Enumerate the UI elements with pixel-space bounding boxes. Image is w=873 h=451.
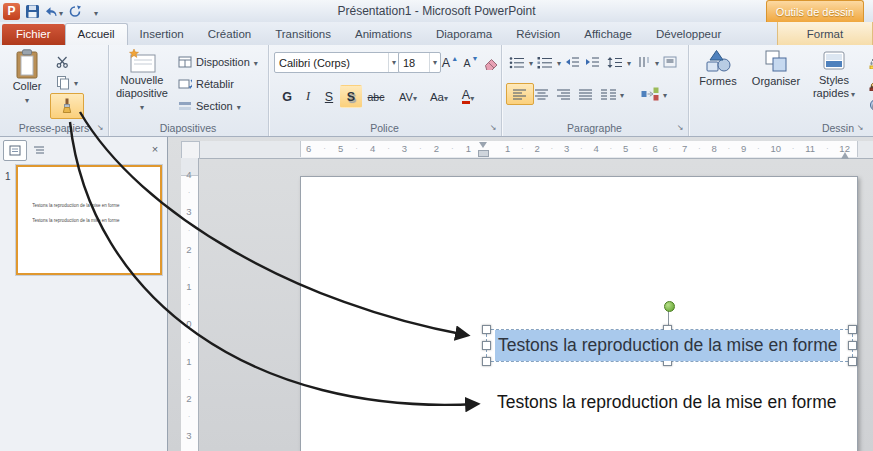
outline-tab-icon [33, 145, 45, 156]
result-text[interactable]: Testons la reproduction de la mise en fo… [497, 392, 836, 413]
tab-affichage[interactable]: Affichage [572, 24, 644, 45]
align-text-button[interactable] [659, 51, 681, 73]
italic-button[interactable]: I [297, 85, 319, 108]
tab-fichier[interactable]: Fichier [2, 24, 65, 45]
vertical-ruler: 4·3·2·1·0·1·2·3 [181, 158, 199, 451]
tab-revision[interactable]: Révision [504, 24, 572, 45]
shrink-font-button[interactable]: A▼ [460, 51, 482, 74]
grow-font-button[interactable]: A▲ [439, 51, 461, 74]
slide-thumbnail[interactable]: Testons la reproduction de la mise en fo… [16, 165, 162, 275]
tab-creation[interactable]: Création [196, 24, 263, 45]
tab-transitions[interactable]: Transitions [263, 24, 343, 45]
tab-accueil[interactable]: Accueil [65, 23, 128, 45]
justify-button[interactable] [572, 83, 600, 105]
columns-arrow[interactable] [620, 88, 624, 100]
bold-button[interactable]: G [276, 85, 298, 108]
new-slide-button[interactable]: Nouvelle diapositive [112, 48, 172, 124]
outline-view-tab[interactable] [27, 140, 51, 161]
arrange-button[interactable]: Organiser [746, 48, 806, 124]
grow-font-label: A [442, 56, 450, 70]
cut-button[interactable] [52, 51, 73, 73]
font-group-label: Police [268, 122, 501, 134]
thumbnail-text-line: Testons la reproduction de la mise en fo… [32, 203, 153, 208]
underline-button[interactable]: S [318, 85, 340, 108]
new-slide-dropdown-arrow[interactable] [140, 100, 144, 112]
v-ruler-numbers: 4·3·2·1·0·1·2·3 [181, 170, 197, 441]
selected-text-highlighted[interactable]: Testons la reproduction de la mise en fo… [495, 330, 840, 361]
slides-panel: 1 Testons la reproduction de la mise en … [0, 137, 168, 451]
tab-insertion[interactable]: Insertion [128, 24, 196, 45]
columns-button[interactable] [597, 83, 628, 105]
font-name-combobox[interactable]: Calibri (Corps) [274, 52, 400, 73]
shape-outline-button[interactable] [864, 72, 873, 94]
resize-handle-middle-right[interactable] [848, 341, 857, 350]
shape-fill-button[interactable] [864, 50, 873, 72]
character-spacing-button[interactable]: AV [392, 85, 424, 108]
layout-button[interactable]: Disposition [174, 51, 262, 73]
section-button[interactable]: Section [174, 95, 245, 117]
horizontal-ruler: 6·5·4·3·2·1 1·2·3·4·5·6·7·8·9·10·11·12 [200, 141, 873, 159]
align-center-icon [535, 89, 549, 100]
contextual-group-header: Outils de dessin [766, 0, 864, 22]
tab-diaporama[interactable]: Diaporama [424, 24, 504, 45]
copy-button[interactable] [52, 71, 82, 93]
paste-button[interactable]: Coller [4, 48, 50, 124]
reset-button[interactable]: Rétablir [174, 73, 238, 95]
format-painter-icon [60, 98, 74, 114]
font-color-button[interactable]: A [454, 85, 482, 108]
text-shadow-button[interactable]: S [340, 85, 362, 108]
thumbnail-text-line: Testons la reproduction de la mise en fo… [32, 218, 153, 223]
clipboard-group-label: Presse-papiers [0, 122, 108, 134]
tab-animations[interactable]: Animations [343, 24, 424, 45]
shape-effects-icon [868, 97, 873, 113]
clear-formatting-button[interactable] [480, 51, 502, 74]
strikethrough-button[interactable]: abc [362, 85, 390, 108]
quick-styles-button[interactable]: Styles rapides [806, 48, 862, 124]
slides-view-tab[interactable] [3, 140, 27, 161]
layout-icon [178, 56, 192, 68]
shapes-button[interactable]: Formes [690, 48, 746, 124]
contextual-tab-zone: Format [777, 22, 873, 45]
font-color-arrow[interactable] [470, 90, 474, 104]
underline-label: S [325, 90, 333, 104]
change-case-button[interactable]: Aa [424, 85, 454, 108]
rotation-handle[interactable] [664, 301, 675, 312]
panel-close-button[interactable] [147, 141, 163, 157]
character-spacing-arrow[interactable] [413, 91, 417, 103]
ribbon: Coller Presse-papie [0, 45, 873, 137]
resize-handle-top-left[interactable] [482, 325, 491, 334]
new-slide-label-line2: diapositive [116, 87, 168, 99]
copy-dropdown-arrow[interactable] [74, 76, 78, 88]
resize-handle-bottom-right[interactable] [848, 357, 857, 366]
line-spacing-arrow[interactable] [627, 56, 631, 68]
increase-indent-button[interactable] [581, 51, 604, 73]
font-color-label: A [462, 89, 470, 105]
layout-dropdown-arrow [254, 56, 258, 68]
section-icon [178, 100, 192, 112]
change-case-arrow[interactable] [444, 91, 448, 103]
tab-developpeur[interactable]: Développeur [644, 24, 733, 45]
resize-handle-middle-left[interactable] [482, 341, 491, 350]
slides-tab-icon [9, 145, 21, 156]
paste-dropdown-arrow[interactable] [25, 93, 29, 105]
tab-format[interactable]: Format [795, 24, 855, 45]
align-text-icon [663, 56, 677, 68]
selected-textbox[interactable]: Testons la reproduction de la mise en fo… [486, 329, 853, 362]
line-spacing-button[interactable] [603, 51, 635, 73]
quick-styles-arrow[interactable] [851, 87, 855, 99]
resize-handle-bottom-left[interactable] [482, 357, 491, 366]
copy-icon [56, 75, 70, 90]
justify-icon [579, 89, 593, 100]
titlebar: Présentation1 - Microsoft PowerPoint Out… [0, 0, 873, 23]
font-size-combobox[interactable]: 18 [398, 52, 441, 73]
eraser-icon [484, 56, 499, 70]
tab-label: Révision [516, 28, 560, 40]
strikethrough-label: abc [368, 91, 385, 103]
left-indent-marker[interactable] [478, 150, 489, 157]
convert-smartart-arrow[interactable] [663, 88, 667, 100]
shape-effects-button[interactable] [864, 94, 873, 116]
convert-smartart-button[interactable] [637, 83, 671, 105]
right-indent-marker[interactable] [841, 148, 849, 159]
resize-handle-top-right[interactable] [848, 325, 857, 334]
format-painter-button[interactable] [50, 93, 84, 119]
